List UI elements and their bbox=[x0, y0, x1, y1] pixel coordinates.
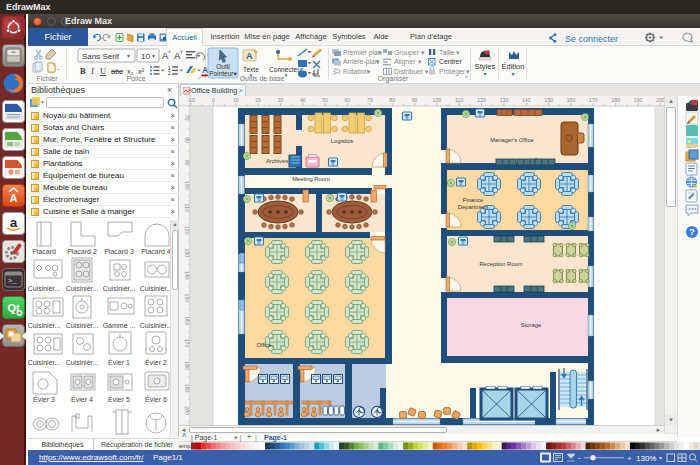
svg-text:40: 40 bbox=[300, 97, 306, 103]
svg-text:Finance: Finance bbox=[463, 197, 484, 203]
svg-text:Cuisinièr...: Cuisinièr... bbox=[66, 322, 99, 329]
svg-text:Cuisinièr...: Cuisinièr... bbox=[66, 285, 99, 292]
svg-text:˄: ˄ bbox=[168, 49, 171, 55]
svg-text:Meeting Room: Meeting Room bbox=[292, 176, 330, 182]
svg-text:-10: -10 bbox=[187, 97, 195, 103]
svg-text:Distribuer: Distribuer bbox=[394, 68, 424, 75]
svg-text:50: 50 bbox=[322, 97, 328, 103]
svg-text:190: 190 bbox=[634, 97, 643, 103]
svg-text:Cuisinièr...: Cuisinièr... bbox=[28, 285, 60, 292]
svg-text:Placard 3: Placard 3 bbox=[104, 248, 134, 255]
svg-text:80: 80 bbox=[389, 97, 395, 103]
svg-text:▾: ▾ bbox=[376, 58, 380, 65]
svg-text:130: 130 bbox=[500, 97, 509, 103]
svg-text:100: 100 bbox=[433, 97, 442, 103]
svg-text:20: 20 bbox=[255, 97, 261, 103]
svg-text:130%: 130% bbox=[636, 454, 656, 463]
svg-text:Évier 2: Évier 2 bbox=[145, 358, 167, 366]
svg-text:Storage: Storage bbox=[521, 322, 541, 328]
svg-text:?: ? bbox=[689, 227, 695, 237]
svg-text:Cuisinièr...: Cuisinièr... bbox=[28, 359, 60, 366]
svg-text:Cuisinièr...: Cuisinièr... bbox=[140, 322, 171, 329]
svg-text:Office: Office bbox=[256, 342, 271, 348]
svg-text:▾: ▾ bbox=[367, 68, 371, 75]
svg-text:˅: ˅ bbox=[180, 49, 183, 55]
svg-text:A: A bbox=[202, 65, 208, 75]
svg-text:Reception Room: Reception Room bbox=[479, 261, 522, 267]
svg-text:Arrière-plan: Arrière-plan bbox=[343, 58, 379, 66]
svg-text:Rotation: Rotation bbox=[343, 68, 369, 75]
svg-text:A: A bbox=[10, 192, 18, 204]
svg-text:Styles: Styles bbox=[475, 62, 496, 71]
svg-text:Évier 5: Évier 5 bbox=[108, 395, 130, 403]
svg-text:+: + bbox=[627, 454, 632, 463]
svg-text:Placard 4: Placard 4 bbox=[141, 248, 171, 255]
svg-text:200: 200 bbox=[656, 97, 664, 103]
svg-text:▾: ▾ bbox=[378, 49, 382, 56]
svg-text:150: 150 bbox=[544, 97, 553, 103]
svg-text:Taille: Taille bbox=[439, 49, 455, 56]
svg-text:140: 140 bbox=[522, 97, 531, 103]
svg-text:I: I bbox=[90, 66, 95, 76]
svg-text:Logistics: Logistics bbox=[331, 138, 354, 144]
svg-text:Se connecter: Se connecter bbox=[565, 34, 618, 44]
svg-text:70: 70 bbox=[367, 97, 373, 103]
svg-text:a: a bbox=[10, 215, 18, 230]
svg-text:110: 110 bbox=[455, 97, 463, 103]
svg-text:▾: ▾ bbox=[511, 71, 514, 77]
svg-text:10: 10 bbox=[141, 52, 150, 61]
svg-text:10: 10 bbox=[233, 97, 239, 103]
svg-text:90: 90 bbox=[412, 97, 418, 103]
svg-text:Sans Serif: Sans Serif bbox=[82, 52, 120, 61]
svg-text:120: 120 bbox=[477, 97, 486, 103]
svg-text:Placard: Placard bbox=[32, 248, 56, 255]
svg-text:Protéger: Protéger bbox=[439, 68, 466, 76]
svg-text:A: A bbox=[246, 51, 253, 61]
svg-text:Outil: Outil bbox=[216, 63, 230, 70]
svg-text:▾: ▾ bbox=[418, 58, 422, 65]
svg-text:Édition: Édition bbox=[502, 62, 525, 71]
svg-text:Archives: Archives bbox=[266, 158, 288, 164]
svg-text:Cuisinièr...: Cuisinièr... bbox=[28, 322, 60, 329]
svg-text:-: - bbox=[57, 65, 60, 72]
svg-text:Évier 3: Évier 3 bbox=[33, 395, 55, 403]
svg-text:Aligner: Aligner bbox=[394, 58, 416, 66]
svg-text:Évier 1: Évier 1 bbox=[108, 358, 130, 366]
svg-text:0: 0 bbox=[212, 97, 215, 103]
svg-text:180: 180 bbox=[611, 97, 620, 103]
svg-text:▾: ▾ bbox=[483, 71, 486, 77]
svg-text:Premier plan: Premier plan bbox=[343, 49, 382, 57]
svg-text:Grouper: Grouper bbox=[394, 49, 420, 57]
svg-text:Évier 6: Évier 6 bbox=[145, 395, 167, 403]
svg-text:>_: >_ bbox=[8, 277, 17, 285]
svg-text:Manager's Office: Manager's Office bbox=[490, 137, 534, 143]
svg-text:170: 170 bbox=[589, 97, 598, 103]
svg-text:Centrer: Centrer bbox=[439, 58, 462, 65]
svg-text:Gamme ...: Gamme ... bbox=[103, 322, 136, 329]
svg-text:Évier 4: Évier 4 bbox=[71, 395, 93, 403]
svg-text:⌐: ⌐ bbox=[198, 74, 202, 81]
svg-text:-: - bbox=[578, 453, 581, 463]
svg-text:Placard 2: Placard 2 bbox=[67, 248, 97, 255]
svg-text:160: 160 bbox=[567, 97, 576, 103]
svg-text:Cuisinièr...: Cuisinièr... bbox=[140, 285, 171, 292]
svg-text:▾: ▾ bbox=[421, 49, 425, 56]
svg-text:▾: ▾ bbox=[127, 53, 130, 59]
svg-text:⌐: ⌐ bbox=[465, 73, 469, 80]
svg-text:▾: ▾ bbox=[456, 49, 460, 56]
svg-text:60: 60 bbox=[345, 97, 351, 103]
svg-text:▾: ▾ bbox=[152, 53, 155, 59]
svg-text:Department: Department bbox=[458, 204, 489, 210]
svg-text:30: 30 bbox=[278, 97, 284, 103]
svg-text:▾: ▾ bbox=[659, 455, 662, 461]
svg-text:▾: ▾ bbox=[425, 68, 429, 75]
svg-text:Cuisinièr...: Cuisinièr... bbox=[66, 359, 99, 366]
svg-text:Cuisinièr...: Cuisinièr... bbox=[103, 285, 136, 292]
